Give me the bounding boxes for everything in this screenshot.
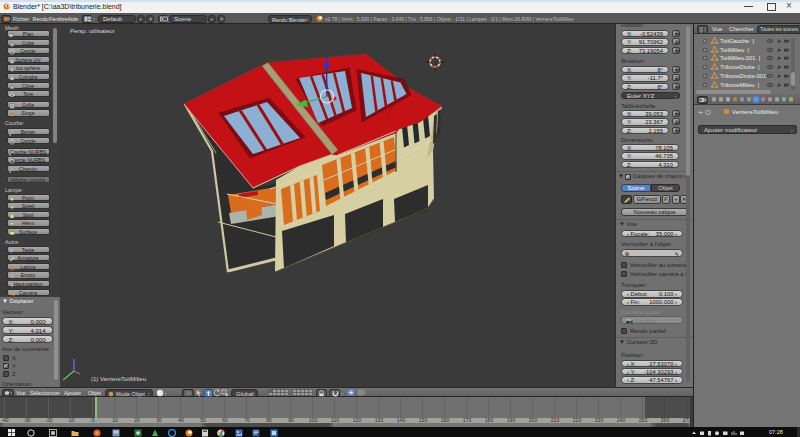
svg-text:F: F (10, 248, 14, 254)
